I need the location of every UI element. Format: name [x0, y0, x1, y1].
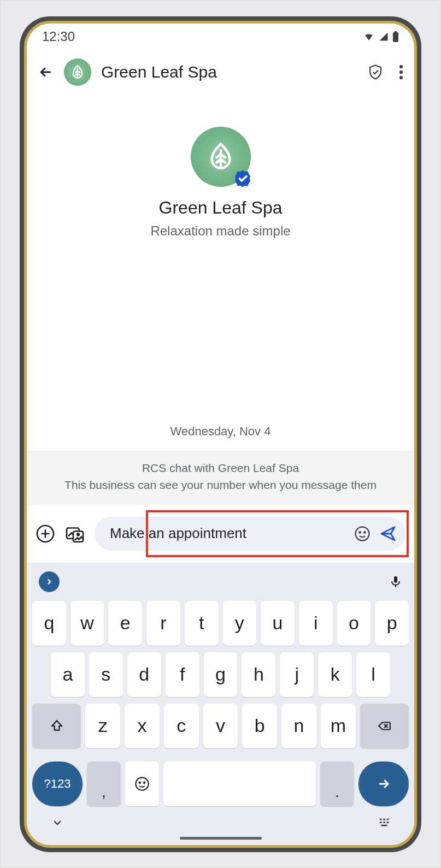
collapse-keyboard-icon[interactable]	[51, 816, 64, 829]
space-key[interactable]	[163, 761, 316, 806]
key-f[interactable]: f	[166, 652, 199, 697]
svg-rect-16	[383, 818, 385, 820]
conversation-header: Green Leaf Spa	[27, 50, 414, 97]
phone-frame: 12:30 Green Leaf Spa	[20, 16, 421, 852]
key-n[interactable]: n	[281, 704, 316, 748]
key-d[interactable]: d	[127, 652, 161, 697]
key-m[interactable]: m	[321, 704, 356, 748]
battery-icon	[392, 31, 399, 42]
contact-avatar-large-wrap[interactable]	[191, 127, 251, 187]
keyboard-row-1: q w e r t y u i o p	[32, 601, 409, 646]
svg-point-12	[136, 777, 148, 790]
key-l[interactable]: l	[356, 652, 390, 697]
key-z[interactable]: z	[85, 704, 120, 748]
info-line-2: This business can see your number when y…	[40, 476, 401, 494]
compose-input-wrap	[95, 517, 405, 551]
keyboard-row-2: a s d f g h j k l	[32, 652, 409, 697]
compose-row	[27, 505, 414, 563]
svg-point-14	[144, 782, 145, 783]
conversation-title[interactable]: Green Leaf Spa	[101, 63, 357, 81]
svg-rect-17	[387, 818, 389, 820]
contact-profile-block: Green Leaf Spa Relaxation made simple	[27, 97, 414, 239]
rcs-info-banner: RCS chat with Green Leaf Spa This busine…	[27, 451, 414, 505]
key-e[interactable]: e	[108, 601, 142, 646]
mic-icon[interactable]	[389, 574, 402, 589]
symbols-key[interactable]: ?123	[32, 761, 83, 806]
key-p[interactable]: p	[375, 601, 409, 646]
contact-avatar-small[interactable]	[64, 58, 91, 86]
add-attachment-icon[interactable]	[36, 524, 55, 544]
contact-name: Green Leaf Spa	[159, 198, 283, 218]
key-o[interactable]: o	[337, 601, 371, 646]
svg-point-3	[399, 70, 403, 73]
shift-key[interactable]	[32, 704, 81, 748]
info-line-1: RCS chat with Green Leaf Spa	[40, 459, 401, 477]
date-separator: Wednesday, Nov 4	[27, 415, 414, 451]
conversation-content: Green Leaf Spa Relaxation made simple We…	[27, 97, 414, 563]
svg-rect-18	[380, 822, 382, 823]
svg-point-9	[356, 527, 369, 540]
key-j[interactable]: j	[280, 652, 314, 697]
key-v[interactable]: v	[203, 704, 238, 748]
contact-tagline: Relaxation made simple	[150, 223, 290, 239]
phone-screen: 12:30 Green Leaf Spa	[24, 21, 417, 848]
key-a[interactable]: a	[51, 652, 85, 697]
svg-rect-0	[393, 32, 398, 42]
status-time: 12:30	[42, 29, 75, 44]
key-g[interactable]: g	[204, 652, 238, 697]
signal-icon	[378, 32, 389, 42]
home-indicator[interactable]	[180, 837, 262, 840]
comma-key[interactable]: ,	[87, 761, 121, 806]
message-input[interactable]	[110, 525, 345, 542]
back-icon[interactable]	[38, 64, 54, 80]
keyboard-row-3: z x c v b n m	[32, 704, 409, 748]
key-b[interactable]: b	[242, 704, 277, 748]
keyboard-grid-icon[interactable]	[378, 817, 390, 829]
svg-point-10	[359, 532, 361, 533]
key-y[interactable]: y	[223, 601, 257, 646]
keyboard-row-4: ?123 , .	[32, 761, 409, 806]
verified-shield-icon[interactable]	[367, 64, 384, 80]
status-bar: 12:30	[27, 23, 414, 50]
svg-point-2	[399, 64, 403, 68]
backspace-key[interactable]	[360, 704, 409, 748]
svg-point-13	[139, 782, 140, 783]
svg-rect-15	[380, 818, 382, 820]
key-u[interactable]: u	[261, 601, 295, 646]
period-key[interactable]: .	[320, 761, 354, 806]
key-h[interactable]: h	[242, 652, 275, 697]
keyboard-expand-icon[interactable]	[39, 571, 60, 592]
svg-point-4	[399, 75, 403, 79]
more-options-icon[interactable]	[399, 64, 403, 80]
keyboard-toolbar	[32, 569, 409, 601]
enter-key[interactable]	[358, 761, 409, 806]
key-s[interactable]: s	[89, 652, 123, 697]
keyboard-emoji-key[interactable]	[125, 761, 159, 806]
svg-rect-20	[387, 822, 389, 823]
wifi-icon	[363, 32, 375, 42]
svg-rect-19	[383, 822, 385, 823]
key-q[interactable]: q	[32, 601, 66, 646]
svg-rect-1	[395, 31, 397, 33]
key-c[interactable]: c	[164, 704, 199, 748]
soft-keyboard: q w e r t y u i o p a s d f g h	[27, 563, 414, 845]
key-x[interactable]: x	[125, 704, 160, 748]
key-i[interactable]: i	[299, 601, 333, 646]
status-icons	[363, 31, 399, 42]
key-w[interactable]: w	[70, 601, 104, 646]
key-k[interactable]: k	[318, 652, 352, 697]
key-t[interactable]: t	[185, 601, 219, 646]
keyboard-nav-bar	[32, 806, 409, 832]
send-icon[interactable]	[379, 525, 397, 542]
svg-rect-21	[381, 824, 387, 826]
emoji-icon[interactable]	[354, 525, 371, 542]
svg-point-8	[77, 533, 79, 535]
verified-badge-icon	[233, 169, 252, 188]
key-r[interactable]: r	[146, 601, 180, 646]
svg-point-11	[364, 532, 366, 533]
gallery-icon[interactable]	[65, 524, 85, 544]
